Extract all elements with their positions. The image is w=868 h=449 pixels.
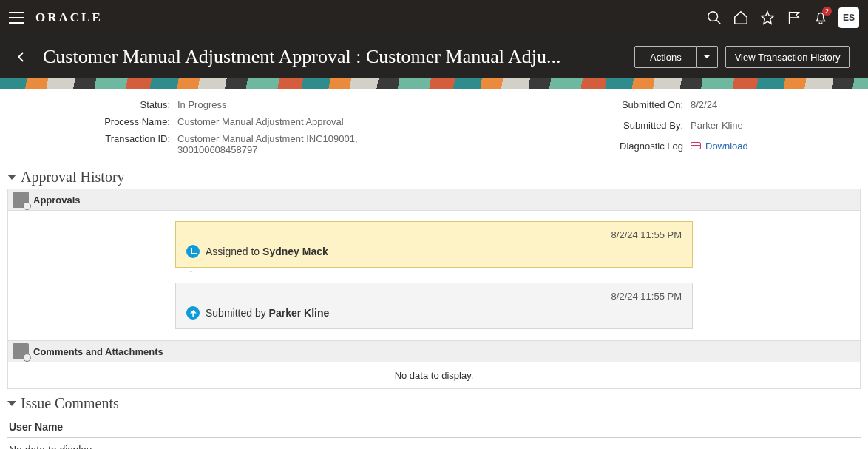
timeline-connector: ↑ <box>175 268 693 283</box>
issue-no-data: No data to display. <box>7 438 861 449</box>
search-icon[interactable] <box>701 4 728 31</box>
diagnostic-download-link[interactable]: Download <box>705 141 748 152</box>
submitted-prefix: Submitted by <box>206 307 269 319</box>
approvals-icon <box>13 192 29 208</box>
collapse-icon <box>7 401 16 406</box>
page-title: Customer Manual Adjustment Approval : Cu… <box>43 46 634 68</box>
approvals-panel-header: Approvals <box>7 189 861 211</box>
approvals-title: Approvals <box>33 195 81 206</box>
approvals-panel-body: 8/2/24 11:55 PM Assigned to Sydney Mack … <box>7 211 861 340</box>
chevron-down-icon <box>703 53 711 61</box>
notification-badge: 2 <box>822 7 832 16</box>
flag-icon[interactable] <box>781 4 807 31</box>
actions-button[interactable]: Actions <box>634 46 697 68</box>
submitted-on-value: 8/2/24 <box>691 99 838 110</box>
submitted-by-value: Parker Kline <box>691 120 838 131</box>
view-transaction-history-button[interactable]: View Transaction History <box>725 46 850 68</box>
status-label: Status: <box>0 99 177 110</box>
comments-no-data: No data to display. <box>7 362 861 389</box>
svg-point-0 <box>708 12 718 21</box>
diagnostic-log-label: Diagnostic Log <box>565 141 691 152</box>
global-header: ORACLE 2 ES <box>0 0 868 36</box>
submitted-name: Parker Kline <box>269 307 330 319</box>
submitted-by-label: Submitted By: <box>565 120 691 131</box>
status-value: In Progress <box>177 99 414 110</box>
transaction-id-label: Transaction ID: <box>0 133 177 144</box>
submitted-on-label: Submitted On: <box>565 99 691 110</box>
bell-icon[interactable]: 2 <box>807 4 834 31</box>
process-name-value: Customer Manual Adjustment Approval <box>177 116 414 127</box>
comments-icon <box>13 343 29 359</box>
comments-title: Comments and Attachments <box>33 346 163 357</box>
brand-logo: ORACLE <box>35 10 103 25</box>
assigned-name: Sydney Mack <box>262 246 328 257</box>
decorative-strip <box>0 78 868 89</box>
download-file-icon <box>691 142 701 149</box>
details-region: Status: In Progress Process Name: Custom… <box>0 89 868 163</box>
user-avatar[interactable]: ES <box>838 7 859 28</box>
page-header: Customer Manual Adjustment Approval : Cu… <box>0 36 868 78</box>
svg-line-1 <box>716 20 721 24</box>
timeline-card-submitted: 8/2/24 11:55 PM Submitted by Parker Klin… <box>175 283 693 329</box>
menu-icon[interactable] <box>9 12 24 24</box>
star-icon[interactable] <box>754 4 781 31</box>
assigned-prefix: Assigned to <box>206 246 262 257</box>
back-button[interactable] <box>10 46 33 68</box>
process-name-label: Process Name: <box>0 116 177 127</box>
timeline-card-assigned: 8/2/24 11:55 PM Assigned to Sydney Mack <box>175 221 693 268</box>
issue-col-username: User Name <box>7 416 861 438</box>
submitted-timestamp: 8/2/24 11:55 PM <box>186 291 682 302</box>
approval-history-toggle[interactable]: Approval History <box>7 169 861 186</box>
arrow-up-icon <box>186 306 200 320</box>
actions-dropdown[interactable] <box>697 46 718 68</box>
issue-comments-heading: Issue Comments <box>21 395 119 412</box>
collapse-icon <box>7 175 16 180</box>
clock-icon <box>186 245 200 258</box>
approval-history-heading: Approval History <box>21 169 125 186</box>
comments-panel-header: Comments and Attachments <box>7 340 861 362</box>
transaction-id-value: Customer Manual Adjustment INC109001, 30… <box>177 133 414 155</box>
issue-comments-toggle[interactable]: Issue Comments <box>7 395 861 412</box>
assigned-timestamp: 8/2/24 11:55 PM <box>186 229 682 240</box>
home-icon[interactable] <box>728 4 754 31</box>
